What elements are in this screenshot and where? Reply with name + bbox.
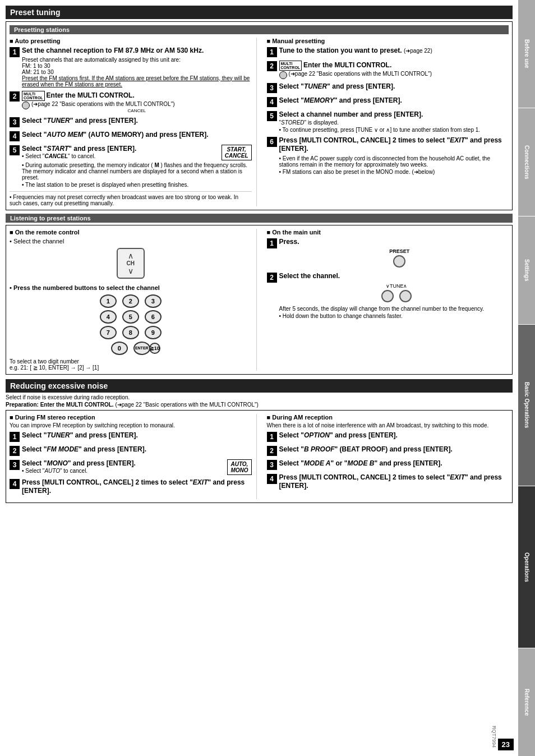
auto-presetting-title: ■ Auto presetting bbox=[10, 38, 252, 44]
btn-2[interactable]: 2 bbox=[122, 294, 139, 308]
btn-5[interactable]: 5 bbox=[122, 310, 139, 324]
fm-stereo-title: ■ During FM stereo reception bbox=[10, 414, 252, 421]
am-step3-num: 3 bbox=[267, 460, 277, 470]
am-step3-title: Select "MODE A" or "MODE B" and press [E… bbox=[279, 459, 509, 468]
start-cancel-box: START, bbox=[225, 146, 248, 153]
man-step2-sub: (➜page 22 "Basic operations with the MUL… bbox=[289, 71, 432, 77]
auto-step5-note: • Select "CANCEL" to cancel. bbox=[22, 153, 218, 159]
tab-operations[interactable]: Operations bbox=[518, 486, 535, 648]
man-step6-title: Press [MULTI CONTROL, CANCEL] 2 times to… bbox=[279, 136, 509, 154]
remote-control-title: ■ On the remote control bbox=[10, 229, 252, 236]
auto-step5-extra1: • During automatic presetting, the memor… bbox=[22, 162, 252, 181]
auto-step2-title: Enter the MULTI CONTROL. bbox=[47, 91, 135, 100]
btn-4[interactable]: 4 bbox=[100, 310, 117, 324]
main-step1-num: 1 bbox=[267, 238, 277, 248]
fm-step2-title: Select "FM MODE" and press [ENTER]. bbox=[22, 445, 252, 454]
man-step6-note1: • Even if the AC power supply cord is di… bbox=[279, 155, 509, 168]
auto-step4-num: 4 bbox=[10, 131, 20, 141]
btn-9[interactable]: 9 bbox=[145, 326, 162, 339]
am-step4-num: 4 bbox=[267, 474, 277, 484]
am-title: ■ During AM reception bbox=[267, 414, 509, 421]
tab-reference[interactable]: Reference bbox=[518, 648, 535, 756]
man-step4-num: 4 bbox=[267, 97, 277, 107]
auto-step1-title: Set the channel reception to FM 87.9 MHz… bbox=[22, 47, 252, 56]
auto-step5-extra2: • The last station to be preset is displ… bbox=[22, 182, 252, 188]
select-channel-label: • Select the channel bbox=[10, 238, 252, 245]
fm-step1-title: Select "TUNER" and press [ENTER]. bbox=[22, 431, 252, 440]
tune-label: ∨TUNE∧ bbox=[285, 283, 509, 289]
btn-3[interactable]: 3 bbox=[145, 294, 162, 308]
presetting-stations-header: Presetting stations bbox=[10, 25, 509, 34]
man-step2-title: Enter the MULTI CONTROL. bbox=[303, 61, 391, 70]
btn-8[interactable]: 8 bbox=[122, 326, 139, 339]
auto-step2-num: 2 bbox=[10, 91, 20, 102]
am-step4-title: Press [MULTI CONTROL, CANCEL] 2 times to… bbox=[279, 473, 509, 491]
section-main-header: Preset tuning bbox=[6, 6, 513, 19]
main-unit-title: ■ On the main unit bbox=[267, 229, 509, 236]
auto-step3-title: Select "TUNER" and press [ENTER]. bbox=[22, 117, 252, 126]
auto-mono-box2: MONO bbox=[230, 467, 248, 473]
fm-step1-num: 1 bbox=[10, 432, 20, 442]
btn-6[interactable]: 6 bbox=[145, 310, 162, 324]
manual-presetting-title: ■ Manual presetting bbox=[267, 38, 509, 44]
btn-0[interactable]: 0 bbox=[111, 342, 128, 355]
btn-7[interactable]: 7 bbox=[100, 326, 117, 339]
man-step5-title: Select a channel number and press [ENTER… bbox=[279, 110, 509, 119]
auto-step4-title: Select "AUTO MEM" (AUTO MEMORY) and pres… bbox=[22, 131, 252, 140]
main-step2-note: After 5 seconds, the display will change… bbox=[279, 306, 509, 312]
fm-step3-title: Select "MONO" and press [ENTER]. bbox=[22, 459, 224, 468]
fm-step4-title: Press [MULTI CONTROL, CANCEL] 2 times to… bbox=[22, 478, 252, 496]
am-intro: When there is a lot of noise interferenc… bbox=[267, 422, 509, 428]
am-step2-title: Select "B PROOF" (BEAT PROOF) and press … bbox=[279, 445, 509, 454]
btn-1[interactable]: 1 bbox=[100, 294, 117, 308]
auto-footer-note: • Frequencies may not preset correctly w… bbox=[10, 194, 252, 206]
auto-step3-num: 3 bbox=[10, 117, 20, 127]
am-step1-num: 1 bbox=[267, 432, 277, 442]
auto-step1-note1: FM: 1 to 30 bbox=[22, 63, 252, 69]
main-step2-num: 2 bbox=[267, 273, 277, 283]
noise-intro: Select if noise is excessive during radi… bbox=[6, 394, 513, 400]
auto-step5-num: 5 bbox=[10, 145, 20, 155]
man-step6-note2: • FM stations can also be preset in the … bbox=[279, 169, 509, 175]
am-step1-title: Select "OPTION" and press [ENTER]. bbox=[279, 431, 509, 440]
fm-step4-num: 4 bbox=[10, 479, 20, 489]
rqt-number: RQT7994 bbox=[491, 726, 497, 748]
main-step1-title: Press. bbox=[279, 238, 509, 247]
step-num-1: 1 bbox=[10, 47, 20, 57]
auto-step1-note2: AM: 21 to 30 bbox=[22, 69, 252, 75]
tab-basic-operations[interactable]: Basic Operations bbox=[518, 325, 535, 487]
two-digit-example: e.g. 21: [ ≧ 10, ENTER] → [2] → [1] bbox=[10, 365, 252, 371]
listening-header: Listening to preset stations bbox=[6, 214, 513, 223]
man-step4-title: Select "MEMORY" and press [ENTER]. bbox=[279, 96, 509, 105]
fm-stereo-intro: You can improve FM reception by switchin… bbox=[10, 422, 252, 428]
main-step2-title: Select the channel. bbox=[279, 272, 509, 281]
man-step5-num: 5 bbox=[267, 111, 277, 121]
man-step3-title: Select "TUNER" and press [ENTER]. bbox=[279, 82, 509, 91]
tab-settings[interactable]: Settings bbox=[518, 216, 535, 325]
start-cancel-box2: CANCEL bbox=[225, 153, 248, 159]
fm-step3-num: 3 bbox=[10, 460, 20, 470]
man-step3-num: 3 bbox=[267, 83, 277, 93]
btn-enter-10[interactable]: ENTER bbox=[133, 342, 150, 355]
tab-before-use[interactable]: Before use bbox=[518, 0, 535, 108]
am-step2-num: 2 bbox=[267, 446, 277, 456]
man-step6-num: 6 bbox=[267, 137, 277, 147]
tab-connections[interactable]: Connections bbox=[518, 108, 535, 216]
fm-step3-note: • Select "AUTO" to cancel. bbox=[22, 468, 224, 474]
noise-header: Reducing excessive noise bbox=[6, 379, 513, 393]
man-step5-note: • To continue presetting, press [TUNE ∨ … bbox=[279, 127, 509, 133]
noise-prep-sub: (➜page 22 "Basic operations with the MUL… bbox=[115, 402, 259, 408]
page-number: 23 bbox=[498, 739, 514, 750]
man-step1-title: Tune to the station you want to preset. … bbox=[279, 47, 509, 56]
auto-step1-note0: Preset channels that are automatically a… bbox=[22, 57, 252, 63]
numbered-btns-label: • Press the numbered buttons to select t… bbox=[10, 284, 252, 291]
preset-label: PRESET bbox=[290, 248, 509, 254]
two-digit-note: To select a two digit number bbox=[10, 358, 252, 365]
auto-step5-title: Select "START" and press [ENTER]. bbox=[22, 145, 218, 154]
main-step2-note2: • Hold down the button to change channel… bbox=[279, 313, 509, 319]
auto-step1-note3: Preset the FM stations first. If the AM … bbox=[22, 75, 252, 87]
auto-mono-box1: AUTO, bbox=[230, 461, 248, 467]
auto-step2-sub: (➜page 22 "Basic operations with the MUL… bbox=[31, 101, 175, 107]
fm-step2-num: 2 bbox=[10, 446, 20, 456]
man-step2-num: 2 bbox=[267, 61, 277, 71]
